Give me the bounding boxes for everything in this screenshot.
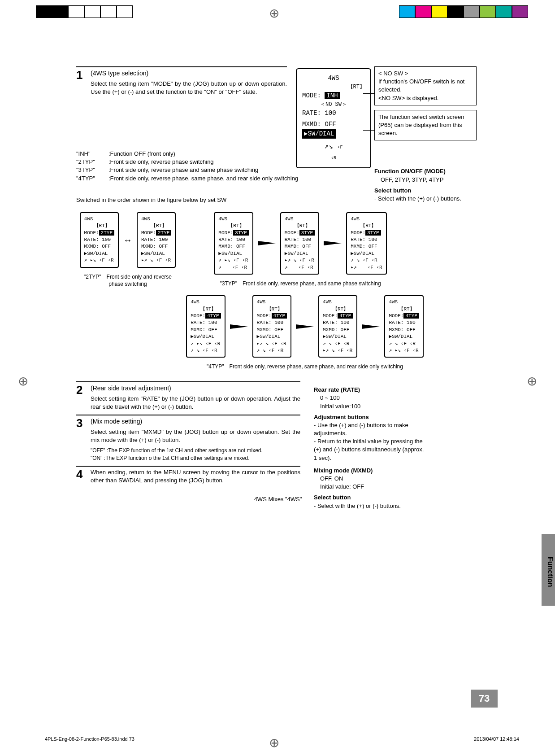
nosw-line1: If function's ON/OFF switch is not selec… [378, 78, 473, 94]
side-rate-init: Initial value:100 [314, 402, 426, 411]
step3-off: "OFF" :The EXP function of the 1st CH an… [91, 447, 300, 454]
arrow-right-icon [230, 324, 248, 329]
arrow-right-icon [362, 324, 380, 329]
type-v-2: :Front side only, reverse phase and same… [108, 166, 258, 174]
step4-number: 4 [76, 468, 87, 480]
step1-text: Select the setting item "MODE" by the (J… [91, 80, 287, 96]
arrow-right-icon [258, 241, 276, 245]
crop-mark-bottom: ⊕ [269, 734, 279, 752]
type-v-1: :Front side only, reverse phase switchin… [108, 158, 214, 166]
section-tab: Function [542, 534, 555, 606]
regbar-left [36, 5, 133, 18]
lcd-4typ-d: 4WS 【RT】MODE:4TYP RATE: 100MXMD: OFF ▶SW… [384, 295, 423, 358]
car-icon: ↗↘ ‹F‹R [302, 141, 365, 163]
lcd-2typ-a: 4WS 【RT】MODE:2TYP RATE: 100MXMD: OFF ▶SW… [80, 212, 119, 268]
step2-title: (Rear side travel adjustment) [91, 384, 300, 393]
page-number: 73 [471, 690, 498, 708]
arrow-right-icon [324, 241, 342, 245]
type-v-0: :Function OFF (front only) [108, 150, 175, 158]
crop-mark-right: ⊕ [527, 372, 537, 390]
footer-meta-right: 2013/04/07 12:48:14 [474, 736, 519, 743]
step3-on: "ON" :The EXP function o the 1st CH and … [91, 454, 300, 462]
side-mode-hd: Function ON/OFF (MODE) [374, 167, 477, 175]
side-mxmd-sel-line: - Select with the (+) or (-) buttons. [314, 502, 426, 510]
side-rate-range: 0 ~ 100 [314, 394, 426, 402]
side-mxmd-init: Initial value: OFF [314, 483, 426, 491]
side-rate-hd: Rear rate (RATE) [314, 386, 426, 394]
lcd-2typ-b: 4WS 【RT】MODE:2TYP RATE: 100MXMD: OFF ▶SW… [137, 212, 176, 268]
nosw-note-box: < NO SW > If function's ON/OFF switch is… [374, 66, 477, 105]
lcd-mode-label: MODE: [302, 92, 321, 99]
lcd-header: 4WS [328, 74, 339, 82]
side-mode-line: OFF, 2TYP, 3TYP, 4TYP [374, 176, 477, 184]
crop-mark-left: ⊕ [18, 372, 28, 390]
cap-4typ: "4TYP" Front side only, reverse phase, s… [179, 363, 430, 371]
type-k-2: "3TYP" [76, 166, 103, 174]
step2-number: 2 [76, 384, 87, 396]
type-v-3: :Front side only, reverse phase, same ph… [108, 175, 298, 183]
funcselect-line: The function select switch screen (P65) … [378, 113, 473, 138]
lcd-3typ-c: 4WS 【RT】MODE:3TYP RATE: 100MXMD: OFF ▶SW… [346, 212, 386, 275]
lcd-4typ-a: 4WS 【RT】MODE:4TYP RATE: 100MXMD: OFF ▶SW… [186, 295, 225, 358]
type-k-3: "4TYP" [76, 175, 103, 183]
type-k-1: "2TYP" [76, 158, 103, 166]
side-mxmd-hd: Mixing mode (MXMD) [314, 467, 426, 475]
double-arrow-icon: ↔ [123, 234, 132, 246]
lcd-mxmd: MXMD: OFF [302, 120, 365, 129]
step3-title: (Mix mode setting) [91, 417, 300, 426]
side-mode-sel-hd: Select button [374, 187, 477, 195]
cap-2typ: "2TYP" Front side only and reverse phase… [76, 273, 179, 288]
side-mxmd-vals: OFF, ON [314, 475, 426, 483]
arrow-to-func [363, 130, 375, 131]
side-mode-sel-line: - Select with the (+) or (-) buttons. [374, 195, 477, 203]
step3-number: 3 [76, 417, 87, 429]
lcd-mode-value: INH [325, 92, 339, 99]
lcd-3typ-b: 4WS 【RT】MODE:3TYP RATE: 100MXMD: OFF ▶SW… [280, 212, 319, 275]
regbar-right [399, 5, 528, 18]
lcd-rate: RATE: 100 [302, 109, 365, 118]
type-k-0: "INH" [76, 150, 103, 158]
side-rate-adj-hd: Adjustment buttons [314, 413, 426, 421]
lcd-rt: 【RT】 [302, 83, 365, 91]
side-rate-adj2: - Return to the initial value by pressin… [314, 437, 426, 462]
arrow-to-nosw [363, 93, 375, 94]
nosw-line2: <NO SW> is displayed. [378, 94, 473, 102]
crop-mark-top: ⊕ [269, 4, 279, 22]
step3-text: Select setting item "MXMD" by the (JOG) … [91, 428, 300, 444]
step2-text: Select setting item "RATE" by the (JOG) … [91, 395, 300, 411]
step1-title: (4WS type selection) [91, 69, 287, 78]
cap-3typ: "3TYP" Front side only, reverse phase, a… [206, 280, 395, 288]
side-mxmd-sel-hd: Select button [314, 494, 426, 502]
lcd-3typ-a: 4WS 【RT】MODE:3TYP RATE: 100MXMD: OFF ▶SW… [214, 212, 253, 275]
side-rate-adj1: - Use the (+) and (-) buttons to make ad… [314, 421, 426, 437]
lcd-4typ-b: 4WS 【RT】MODE:4TYP RATE: 100MXMD: OFF ▶SW… [252, 295, 291, 358]
lcd-swdial: ▶SW/DIAL [302, 129, 336, 139]
step4-text: When ending, return to the MENU screen b… [91, 468, 300, 485]
footer-meta-left: 4PLS-Eng-08-2-Function-P65-83.indd 73 [45, 736, 134, 743]
lcd-main: 4WS 【RT】 MODE: INH ＜NO SW＞ RATE: 100 MXM… [296, 68, 371, 168]
arrow-right-icon [296, 324, 314, 329]
step1-number: 1 [76, 69, 87, 81]
lcd-nosw: ＜NO SW＞ [302, 101, 365, 109]
nosw-title: < NO SW > [378, 70, 473, 78]
lcd-4typ-c: 4WS 【RT】MODE:4TYP RATE: 100MXMD: OFF ▶SW… [318, 295, 357, 358]
funcselect-note-box: The function select switch screen (P65) … [374, 110, 477, 141]
